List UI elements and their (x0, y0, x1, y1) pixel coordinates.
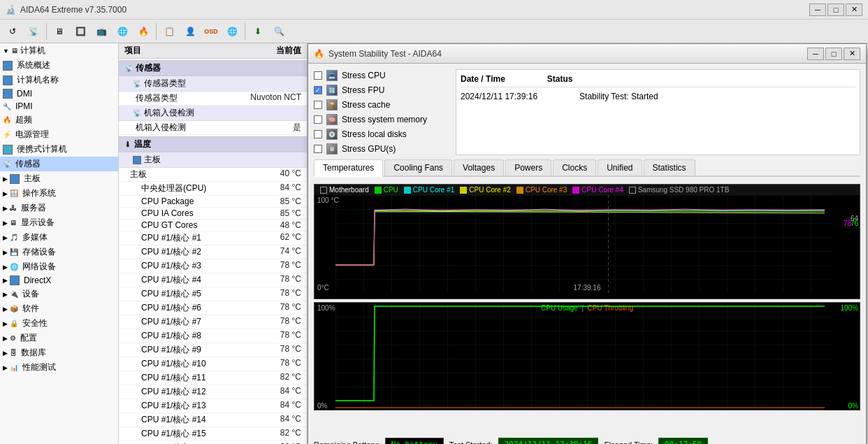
temp-row-value-7: 78 °C (245, 260, 301, 272)
status-header: Date / Time Status (461, 74, 855, 87)
popup-maximize-button[interactable]: □ (825, 48, 842, 60)
search-button[interactable]: 🔍 (269, 22, 289, 41)
legend-ssd-checkbox[interactable] (629, 187, 636, 194)
popup-minimize-button[interactable]: ─ (807, 48, 824, 60)
section-sensor: 📡 传感器 (119, 60, 307, 76)
cpu-chart-right-min: 0% (848, 402, 858, 410)
tab-statistics[interactable]: Statistics (644, 159, 695, 176)
sensor-button[interactable]: 📡 (24, 22, 43, 41)
nav-item-benchmark[interactable]: ▶ 📊 性能测试 (0, 360, 118, 375)
stress-disk-label: Stress local disks (342, 129, 407, 139)
nav-item-system-overview[interactable]: 系统概述 (0, 58, 118, 73)
legend-ssd: Samsung SSD 980 PRO 1TB (629, 186, 730, 194)
expand-icon-directx: ▶ (3, 277, 8, 284)
computer-icon: 🖥 (11, 47, 18, 55)
stress-disk-checkbox[interactable] (314, 130, 322, 138)
computer-button[interactable]: 🖥 (50, 22, 69, 41)
temp-row-value-5: 62 °C (245, 232, 301, 244)
nav-item-overclock[interactable]: 🔥 超频 (0, 113, 118, 127)
temp-row-name-4: CPU GT Cores (124, 220, 245, 230)
nav-item-portable[interactable]: 便携式计算机 (0, 142, 118, 157)
nav-item-database[interactable]: ▶ 🗄 数据库 (0, 345, 118, 360)
data-row-temp-17: CPU #1/核心 #1384 °C (119, 399, 307, 413)
nav-item-computer[interactable]: ▼ 🖥 计算机 (0, 43, 118, 58)
data-row-temp-20: CPU #1/核心 #1682 °C (119, 441, 307, 444)
stress-memory-checkbox[interactable] (314, 115, 322, 124)
nav-item-sensor[interactable]: 📡 传感器 (0, 157, 118, 171)
nav-item-power[interactable]: ⚡ 电源管理 (0, 127, 118, 142)
subsection-chassis: 📡 机箱入侵检测 (119, 106, 307, 121)
nav-item-directx[interactable]: ▶ DirectX (0, 274, 118, 287)
nav-item-display[interactable]: ▶ 🖥 显示设备 (0, 215, 118, 230)
disk-stress-icon: 💿 (326, 129, 338, 140)
popup-window-controls: ─ □ ✕ (807, 48, 860, 60)
stress-gpu-checkbox[interactable] (314, 145, 322, 153)
nav-label-power: 电源管理 (15, 129, 49, 141)
mainboard-icon (10, 174, 20, 184)
svg-rect-2 (335, 303, 832, 410)
expand-icon-software: ▶ (3, 306, 8, 313)
nav-item-os[interactable]: ▶ 🪟 操作系统 (0, 186, 118, 201)
legend-cpu-core1-checkbox[interactable] (404, 187, 411, 194)
legend-cpu-core3-checkbox[interactable] (516, 187, 523, 194)
nav-item-storage[interactable]: ▶ 💾 存储设备 (0, 245, 118, 259)
temp-row-value-16: 84 °C (245, 386, 301, 398)
temperature-rows: 主板40 °C中央处理器(CPU)84 °CCPU Package85 °CCP… (119, 168, 307, 444)
tab-temperatures[interactable]: Temperatures (314, 159, 383, 177)
temp-row-value-13: 78 °C (245, 344, 301, 356)
temp-row-name-7: CPU #1/核心 #3 (124, 260, 245, 272)
temp-row-value-6: 74 °C (245, 246, 301, 258)
temp-row-name-17: CPU #1/核心 #13 (124, 400, 245, 412)
status-header: Status (547, 74, 573, 84)
tab-unified[interactable]: Unified (598, 159, 642, 176)
nav-item-mainboard[interactable]: ▶ 主板 (0, 171, 118, 186)
stress-cache-checkbox[interactable] (314, 101, 322, 109)
network-button[interactable]: 🌐 (113, 22, 132, 41)
report-button[interactable]: 📋 (159, 22, 179, 41)
nav-label-ipmi: IPMI (15, 101, 33, 111)
download-button[interactable]: ⬇ (248, 22, 268, 41)
nav-item-multimedia[interactable]: ▶ 🎵 多媒体 (0, 230, 118, 245)
nav-item-dmi[interactable]: DMI (0, 87, 118, 100)
nav-item-server[interactable]: ▶ 🖧 服务器 (0, 201, 118, 215)
temp-row-name-9: CPU #1/核心 #5 (124, 288, 245, 300)
tab-clocks[interactable]: Clocks (553, 159, 596, 176)
status-box: Date / Time Status 2024/12/11 17:39:16 S… (456, 69, 860, 155)
expand-icon-database: ▶ (3, 350, 8, 357)
tab-voltages[interactable]: Voltages (454, 159, 504, 176)
legend-cpu-core4-checkbox[interactable] (572, 187, 579, 194)
nav-item-config[interactable]: ▶ ⚙ 配置 (0, 331, 118, 345)
data-row-temp-14: CPU #1/核心 #1078 °C (119, 357, 307, 371)
nav-item-device[interactable]: ▶ 🔌 设备 (0, 287, 118, 301)
stress-gpu-label: Stress GPU(s) (342, 144, 396, 154)
data-row-temp-11: CPU #1/核心 #778 °C (119, 315, 307, 329)
legend-cpu-core2-checkbox[interactable] (460, 187, 467, 194)
nav-item-security[interactable]: ▶ 🔒 安全性 (0, 316, 118, 331)
flame-button[interactable]: 🔥 (133, 22, 153, 41)
display-button[interactable]: 📺 (92, 22, 111, 41)
nav-item-network[interactable]: ▶ 🌐 网络设备 (0, 259, 118, 274)
globe-button[interactable]: 🌐 (222, 22, 242, 41)
maximize-button[interactable]: □ (827, 3, 844, 16)
stress-cpu-checkbox[interactable] (314, 71, 322, 80)
minimize-button[interactable]: ─ (809, 3, 826, 16)
nav-item-software[interactable]: ▶ 📦 软件 (0, 301, 118, 316)
app-titlebar: 🔬 AIDA64 Extreme v7.35.7000 ─ □ ✕ (0, 0, 868, 20)
mainboard-button[interactable]: 🔲 (71, 22, 90, 41)
stress-fpu-checkbox[interactable] (314, 86, 322, 94)
popup-title: 🔥 System Stability Test - AIDA64 (314, 49, 442, 59)
tab-cooling-fans[interactable]: Cooling Fans (384, 159, 452, 176)
nav-item-computer-name[interactable]: 计算机名称 (0, 73, 118, 87)
popup-close-button[interactable]: ✕ (844, 48, 860, 60)
elapsed-time-value: 00:17:59 (658, 438, 708, 444)
temp-row-name-1: 中央处理器(CPU) (124, 182, 245, 194)
nav-item-ipmi[interactable]: 🔧 IPMI (0, 100, 118, 113)
osd-button[interactable]: OSD (201, 22, 221, 41)
legend-motherboard-checkbox[interactable] (320, 187, 327, 194)
legend-cpu-checkbox[interactable] (375, 187, 382, 194)
refresh-button[interactable]: ↺ (3, 22, 22, 41)
user-button[interactable]: 👤 (180, 22, 200, 41)
tab-powers[interactable]: Powers (505, 159, 551, 176)
sensor-icon: 📡 (3, 160, 11, 168)
app-close-button[interactable]: ✕ (846, 3, 862, 16)
